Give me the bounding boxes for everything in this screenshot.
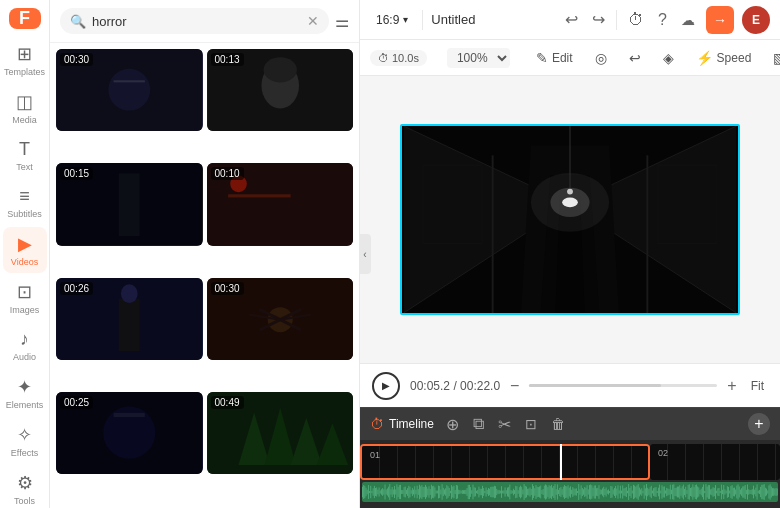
svg-rect-388 [764,484,765,500]
svg-rect-52 [364,486,365,498]
svg-rect-390 [766,489,767,496]
svg-rect-121 [446,485,447,499]
video-thumb-4[interactable]: 00:10 [207,163,354,245]
speed-icon: ⚡ [696,50,713,66]
video-clip-2[interactable]: 02 [650,444,780,480]
timeline-delete-button[interactable]: 🗑 [549,414,567,434]
svg-rect-122 [448,486,449,497]
sidebar-item-audio[interactable]: ♪ Audio [3,323,47,368]
play-button[interactable]: ▶ [372,372,400,400]
svg-rect-165 [499,490,500,494]
video-thumb-2[interactable]: 00:13 [207,49,354,131]
timeline-copy-button[interactable]: ⧉ [471,413,486,435]
svg-rect-267 [620,486,621,499]
video-thumb-8[interactable]: 00:49 [207,392,354,474]
svg-rect-296 [654,487,655,496]
next-button[interactable]: → [706,6,734,34]
sidebar-item-videos[interactable]: ▶ Videos [3,227,47,273]
svg-rect-104 [426,487,427,498]
svg-rect-237 [584,487,585,497]
svg-rect-92 [412,488,413,496]
rewind-tool[interactable]: ↩ [623,47,647,69]
fit-button[interactable]: Fit [747,377,768,395]
user-avatar[interactable]: E [742,6,770,34]
sidebar-item-media[interactable]: ◫ Media [3,85,47,131]
svg-rect-188 [526,487,527,498]
video-thumb-7[interactable]: 00:25 [56,392,203,474]
svg-rect-330 [695,485,696,499]
video-thumb-3[interactable]: 00:15 [56,163,203,245]
svg-rect-196 [536,485,537,499]
svg-rect-271 [625,488,626,496]
svg-rect-133 [461,491,462,494]
redo-button[interactable]: ↪ [589,7,608,32]
svg-rect-373 [746,490,747,494]
svg-rect-86 [405,487,406,498]
schedule-button[interactable]: ⏱ [625,8,647,32]
svg-rect-220 [564,485,565,499]
sidebar-item-images[interactable]: ⊡ Images [3,275,47,321]
svg-rect-253 [603,487,604,498]
media-icon: ◫ [16,91,33,113]
sidebar-item-effects[interactable]: ✧ Effects [3,418,47,464]
svg-rect-96 [417,486,418,499]
zoom-out-button[interactable]: − [510,377,519,395]
sidebar-item-elements[interactable]: ✦ Elements [3,370,47,416]
video-clip-1[interactable]: 01 [360,444,650,480]
svg-rect-261 [613,490,614,495]
video-thumb-5[interactable]: 00:26 [56,278,203,360]
sidebar-item-templates[interactable]: ⊞ Templates [3,37,47,83]
audio-tool[interactable]: ◎ [589,47,613,69]
svg-rect-387 [763,485,764,500]
svg-rect-197 [537,487,538,498]
zoom-in-button[interactable]: + [727,377,736,395]
svg-rect-182 [519,487,520,497]
aspect-ratio-button[interactable]: 16:9 ▾ [370,10,414,30]
svg-rect-131 [458,490,459,495]
search-input-wrap[interactable]: 🔍 ✕ [60,8,329,34]
svg-rect-67 [382,488,383,496]
svg-rect-100 [421,485,422,499]
svg-rect-181 [518,490,519,494]
templates-icon: ⊞ [17,43,32,65]
timeline-track-button[interactable]: ⊡ [523,414,539,434]
svg-rect-292 [650,487,651,497]
speed-button[interactable]: ⚡ Speed [690,47,758,69]
search-clear-icon[interactable]: ✕ [307,13,319,29]
svg-rect-304 [664,486,665,497]
playback-bar: ▶ 00:05.2 / 00:22.0 − + Fit [360,363,780,407]
svg-rect-60 [374,486,375,498]
svg-rect-297 [656,487,657,497]
sidebar-item-subtitles[interactable]: ≡ Subtitles [3,180,47,225]
app-logo[interactable]: F [9,8,41,29]
clip-label: 02 [654,446,672,460]
search-filter-icon[interactable]: ⚌ [335,12,349,31]
project-title[interactable]: Untitled [431,12,554,27]
edit-button[interactable]: ✎ Edit [530,47,579,69]
undo-button[interactable]: ↩ [562,7,581,32]
timeline-tracks: 01 02 [360,440,780,508]
green-screen-button[interactable]: ▧ Green Screen [767,41,780,75]
search-input[interactable] [92,14,301,29]
svg-rect-386 [761,485,762,499]
video-thumb-1[interactable]: 00:30 [56,49,203,131]
video-thumb-6[interactable]: 00:30 [207,278,354,360]
sidebar-item-tools[interactable]: ⚙ Tools [3,466,47,508]
timeline-add-clip-button[interactable]: ⊕ [444,413,461,436]
cloud-button[interactable]: ☁ [678,9,698,31]
svg-rect-319 [682,486,683,497]
timeline-add-track-button[interactable]: + [748,413,770,435]
collapse-panel-button[interactable]: ‹ [359,234,371,274]
playback-progress-bar[interactable] [529,384,717,387]
sidebar-item-text[interactable]: T Text [3,133,47,178]
help-button[interactable]: ? [655,8,670,32]
svg-rect-241 [589,485,590,499]
svg-rect-325 [689,484,690,499]
svg-rect-53 [366,488,367,497]
timeline-split-button[interactable]: ✂ [496,413,513,436]
color-tool[interactable]: ◈ [657,47,680,69]
zoom-select[interactable]: 100% 75% 50% [447,48,510,68]
svg-rect-78 [395,489,396,494]
svg-rect-224 [569,488,570,497]
svg-rect-216 [559,488,560,496]
